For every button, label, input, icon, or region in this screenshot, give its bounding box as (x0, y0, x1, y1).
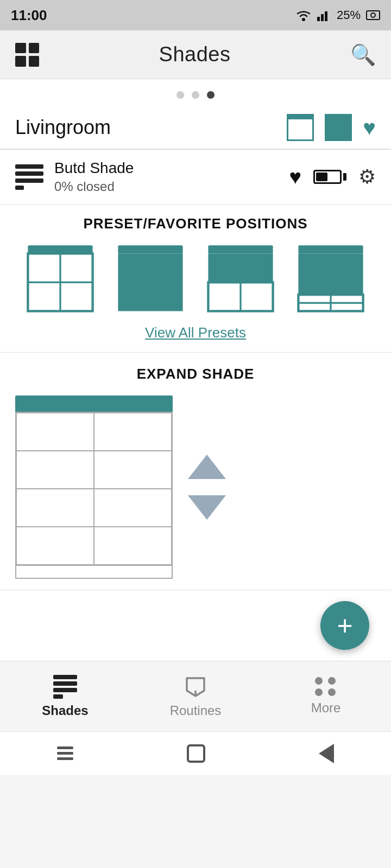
back-button[interactable] (319, 744, 334, 763)
grid-menu-icon[interactable] (15, 43, 39, 67)
expand-controls (188, 455, 226, 520)
status-bar: 11:00 25% (0, 0, 391, 30)
expand-up-button[interactable] (188, 455, 226, 479)
status-time: 11:00 (11, 7, 47, 24)
window-grid-icon[interactable] (287, 114, 314, 141)
home-icon (187, 744, 205, 763)
shade-top-bar (15, 395, 173, 412)
svg-rect-12 (118, 253, 182, 311)
expand-down-button[interactable] (188, 495, 226, 520)
search-icon[interactable]: 🔍 (350, 43, 376, 67)
room-header: Livingroom ♥ (0, 104, 391, 150)
svg-rect-1 (317, 17, 320, 21)
battery-percentage: 25% (337, 8, 361, 22)
signal-icon (317, 9, 331, 21)
shade-settings-icon[interactable]: ⚙ (358, 165, 376, 188)
preset-2[interactable] (115, 244, 186, 315)
dot-3[interactable] (207, 91, 215, 99)
svg-rect-3 (325, 11, 327, 21)
room-name: Livingroom (15, 116, 111, 139)
preset-section-title: PRESET/FAVORITE POSITIONS (15, 215, 376, 232)
system-nav-bar (0, 731, 391, 775)
svg-rect-17 (298, 245, 363, 253)
preset-1-icon (25, 244, 96, 315)
shade-bottom-bar (15, 566, 173, 579)
dot-2[interactable] (192, 91, 199, 99)
more-nav-icon (315, 677, 337, 696)
shades-nav-icon (53, 675, 77, 699)
preset-3-icon (205, 244, 276, 315)
svg-point-0 (302, 18, 305, 21)
back-icon (319, 744, 334, 763)
home-button[interactable] (187, 744, 205, 763)
recents-icon (57, 746, 73, 760)
status-icons: 25% (295, 8, 380, 22)
app-header: Shades 🔍 (0, 30, 391, 79)
svg-rect-11 (118, 245, 182, 253)
shade-info: Butd Shade 0% closed (54, 159, 278, 194)
preset-4[interactable] (295, 244, 366, 315)
svg-point-6 (371, 13, 375, 17)
svg-rect-7 (28, 245, 92, 253)
window-filled-icon[interactable] (325, 114, 352, 141)
page-title: Shades (159, 43, 231, 66)
svg-rect-4 (329, 9, 331, 21)
view-all-presets-link[interactable]: View All Presets (15, 324, 376, 341)
svg-rect-5 (367, 11, 380, 20)
room-icons: ♥ (287, 114, 376, 141)
expand-content (15, 395, 376, 579)
wifi-icon (295, 9, 312, 21)
shade-favorite-icon[interactable]: ♥ (289, 165, 301, 189)
shade-actions: ♥ ⚙ (289, 165, 376, 189)
expand-section-title: EXPAND SHADE (15, 366, 376, 382)
shade-status: 0% closed (54, 179, 278, 194)
nav-routines-label: Routines (170, 703, 222, 718)
nav-shades-label: Shades (42, 703, 88, 718)
preset-3[interactable] (205, 244, 276, 315)
preset-section: PRESET/FAVORITE POSITIONS (0, 205, 391, 353)
photo-icon (366, 9, 380, 21)
shade-window-large (15, 395, 173, 579)
svg-rect-18 (298, 253, 363, 295)
svg-rect-2 (321, 14, 324, 21)
svg-rect-14 (208, 253, 273, 282)
preset-2-icon (115, 244, 186, 315)
svg-rect-13 (208, 245, 273, 253)
bottom-nav: Shades Routines More (0, 661, 391, 731)
nav-more-label: More (311, 700, 341, 716)
expand-section: EXPAND SHADE (0, 353, 391, 590)
nav-item-shades[interactable]: Shades (0, 675, 130, 718)
pagination-dots (0, 79, 391, 104)
recents-button[interactable] (57, 746, 73, 760)
preset-1[interactable] (25, 244, 96, 315)
shade-window-grid (15, 412, 173, 566)
routines-nav-icon (184, 675, 207, 699)
shade-lines-icon (15, 164, 43, 190)
shade-name: Butd Shade (54, 159, 278, 177)
nav-item-routines[interactable]: Routines (130, 675, 261, 718)
fab-area: + (0, 590, 391, 661)
shade-item: Butd Shade 0% closed ♥ ⚙ (0, 150, 391, 205)
add-button[interactable]: + (320, 601, 369, 650)
nav-item-more[interactable]: More (261, 677, 391, 716)
presets-row (15, 244, 376, 315)
battery-icon (313, 170, 346, 184)
preset-4-icon (295, 244, 366, 315)
room-favorite-icon[interactable]: ♥ (363, 116, 376, 140)
dot-1[interactable] (176, 91, 184, 99)
